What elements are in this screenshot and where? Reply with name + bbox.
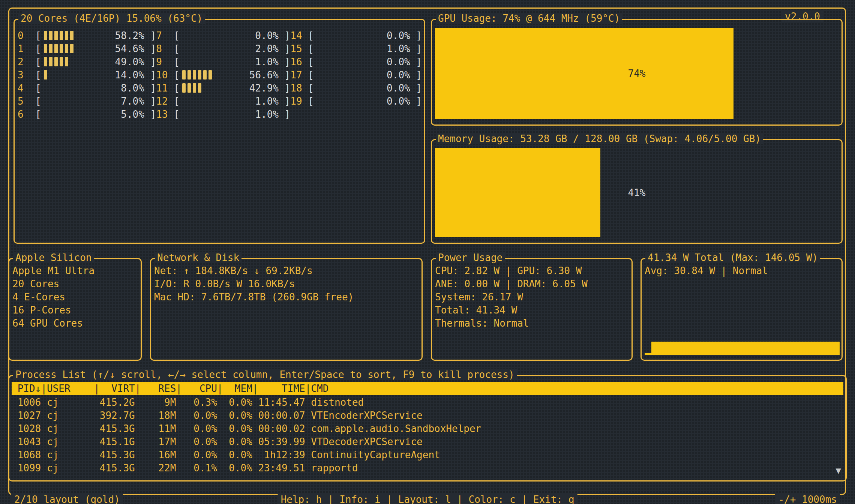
usage-pip: [49, 31, 52, 40]
core-usage-percent: 5.0%: [121, 109, 144, 120]
usage-pip: [65, 31, 68, 40]
process-list-title: Process List (↑/↓ scroll, ←/→ select col…: [13, 369, 517, 380]
core-usage-percent: 1.0%: [387, 43, 410, 54]
gpu-panel-title: GPU Usage: 74% @ 644 MHz (59°C): [436, 13, 622, 24]
usage-pip: [188, 83, 191, 93]
gauge-close-bracket: ]: [150, 96, 156, 107]
gauge-open-bracket: [: [174, 109, 180, 120]
core-id: 1: [18, 43, 35, 54]
gauge-open-bracket: [: [308, 30, 314, 41]
core-usage-percent: 0.0%: [387, 56, 410, 68]
usage-pip: [70, 44, 74, 53]
core-id: 13: [156, 109, 174, 120]
core-id: 10: [156, 69, 174, 81]
process-row[interactable]: 1006 cj 415.2G 9M 0.3% 0.0% 11:45.47 dis…: [12, 396, 843, 409]
gauge-close-bracket: ]: [416, 69, 422, 81]
core-usage-row: 4[8.0%]: [18, 81, 156, 94]
core-usage-percent: 1.0%: [255, 96, 279, 107]
core-usage-percent: 8.0%: [121, 82, 144, 94]
core-id: 19: [290, 96, 308, 107]
core-id: 9: [156, 56, 174, 68]
apple-silicon-title: Apple Silicon: [13, 252, 94, 263]
core-usage-percent: 0.0%: [387, 69, 410, 81]
gauge-close-bracket: ]: [416, 96, 422, 107]
usage-pip: [193, 70, 196, 80]
cpu-panel-title: 20 Cores (4E/16P) 15.06% (63°C): [18, 13, 205, 24]
gauge-close-bracket: ]: [285, 30, 291, 41]
core-id: 14: [290, 30, 308, 41]
memory-usage-gauge: 41%: [435, 148, 838, 237]
core-usage-row: 8[2.0%]: [156, 42, 290, 55]
gauge-open-bracket: [: [174, 43, 180, 54]
process-row[interactable]: 1068 cj 415.3G 16M 0.0% 0.0% 1h12:39 Con…: [12, 448, 843, 462]
core-usage-row: 6[5.0%]: [18, 108, 156, 121]
core-usage-percent: 1.0%: [255, 56, 279, 68]
usage-pip: [54, 57, 58, 66]
gauge-open-bracket: [: [35, 109, 41, 120]
gauge-close-bracket: ]: [150, 82, 156, 94]
process-row[interactable]: 1028 cj 415.3G 11M 0.0% 0.0% 00:00.02 co…: [12, 422, 843, 435]
core-id: 3: [18, 69, 35, 81]
network-disk-title: Network & Disk: [155, 252, 242, 263]
usage-pip: [60, 44, 63, 53]
scroll-down-icon[interactable]: ▼: [836, 465, 841, 476]
core-usage-row: 5[7.0%]: [18, 94, 156, 108]
power-usage-info: CPU: 2.82 W | GPU: 6.30 WANE: 0.00 W | D…: [432, 259, 632, 330]
usage-pip: [182, 70, 186, 80]
usage-pip: [198, 70, 201, 80]
core-usage-percent: 56.6%: [249, 69, 279, 81]
usage-pip: [193, 83, 196, 93]
gauge-open-bracket: [: [308, 56, 314, 68]
status-layout-indicator: 2/10 layout (gold): [11, 493, 123, 504]
info-line: Net: ↑ 184.8KB/s ↓ 69.2KB/s: [154, 264, 418, 278]
gauge-open-bracket: [: [174, 69, 180, 81]
gauge-close-bracket: ]: [285, 43, 291, 54]
power-usage-title: Power Usage: [436, 252, 505, 263]
core-id: 5: [18, 96, 35, 107]
gpu-usage-panel: GPU Usage: 74% @ 644 MHz (59°C) 74%: [431, 19, 843, 126]
usage-pip: [65, 57, 68, 66]
gauge-close-bracket: ]: [150, 43, 156, 54]
gauge-close-bracket: ]: [285, 109, 291, 120]
info-line: CPU: 2.82 W | GPU: 6.30 W: [435, 264, 628, 278]
gauge-close-bracket: ]: [416, 82, 422, 94]
process-row[interactable]: 1043 cj 415.1G 17M 0.0% 0.0% 05:39.99 VT…: [12, 435, 843, 448]
core-usage-percent: 0.0%: [387, 82, 410, 94]
core-usage-row: 10[56.6%]: [156, 68, 290, 81]
gauge-close-bracket: ]: [416, 56, 422, 68]
core-usage-percent: 58.2%: [115, 30, 144, 41]
process-table-header[interactable]: PID↓|USER | VIRT| RES| CPU| MEM| TIME|CM…: [12, 382, 843, 395]
gauge-close-bracket: ]: [416, 43, 422, 54]
gauge-close-bracket: ]: [150, 69, 156, 81]
core-id: 15: [290, 43, 308, 54]
cpu-core-column: 0[58.2%]1[54.6%]2[49.0%]3[14.0%]4[8.0%]5…: [18, 29, 156, 121]
core-usage-percent: 0.0%: [255, 30, 279, 41]
memory-panel-title: Memory Usage: 53.28 GB / 128.00 GB (Swap…: [436, 133, 763, 144]
process-row[interactable]: 1099 cj 415.3G 22M 0.1% 0.0% 23:49.51 ra…: [12, 462, 843, 475]
status-refresh-interval: -/+ 1000ms: [775, 493, 840, 504]
usage-pip: [60, 31, 63, 40]
power-usage-panel: Power Usage CPU: 2.82 W | GPU: 6.30 WANE…: [431, 258, 633, 361]
power-history-sparkline-low: [645, 353, 652, 355]
usage-pip: [70, 31, 74, 40]
gauge-open-bracket: [: [174, 96, 180, 107]
gpu-usage-gauge: 74%: [435, 28, 838, 119]
info-line: I/O: R 0.0B/s W 16.0KB/s: [154, 278, 418, 291]
usage-pip: [44, 44, 47, 53]
info-line: 20 Cores: [12, 278, 138, 291]
status-help-shortcuts: Help: h | Info: i | Layout: l | Color: c…: [278, 493, 578, 504]
core-usage-percent: 0.0%: [387, 30, 410, 41]
cpu-core-column: 7[0.0%]8[2.0%]9[1.0%]10[56.6%]11[42.9%]1…: [156, 29, 290, 121]
core-usage-bar: [180, 70, 249, 80]
process-row[interactable]: 1027 cj 392.7G 18M 0.0% 0.0% 00:00.07 VT…: [12, 409, 843, 422]
usage-pip: [44, 57, 47, 66]
core-id: 6: [18, 109, 35, 120]
core-id: 17: [290, 69, 308, 81]
gauge-open-bracket: [: [308, 69, 314, 81]
usage-pip: [198, 83, 201, 93]
gauge-close-bracket: ]: [285, 82, 291, 94]
core-usage-row: 11[42.9%]: [156, 81, 290, 94]
core-usage-bar: [180, 83, 249, 93]
core-usage-percent: 1.0%: [255, 109, 279, 120]
gauge-close-bracket: ]: [285, 96, 291, 107]
